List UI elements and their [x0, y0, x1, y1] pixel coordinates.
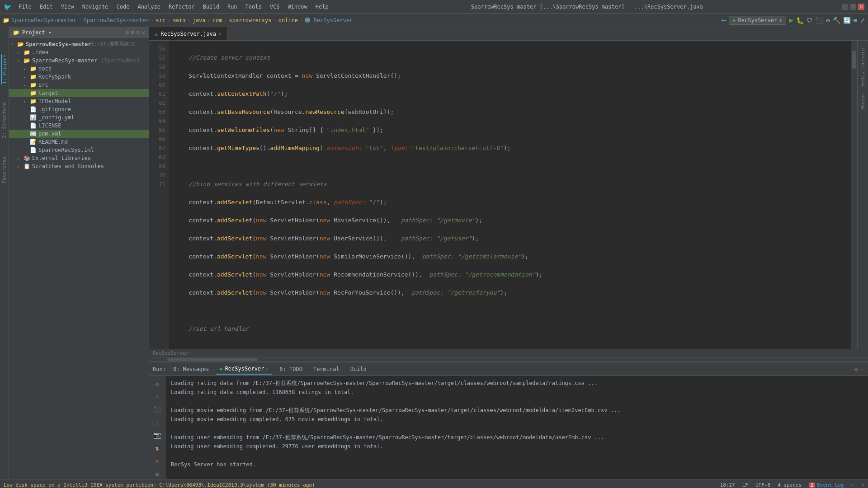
tab-todo[interactable]: 6: TODO: [276, 364, 306, 374]
stop-button[interactable]: ⬛: [816, 17, 823, 24]
scroll-up-button[interactable]: ↑: [151, 392, 163, 402]
menu-bar: FileEditViewNavigateCodeAnalyzeRefactorB…: [15, 3, 332, 11]
tab-run-close[interactable]: ✕: [266, 366, 269, 371]
tree-item-config[interactable]: ▸ 📊 _config.yml: [9, 113, 149, 122]
maximize-button[interactable]: □: [850, 4, 856, 10]
breadcrumb-item-3[interactable]: main: [172, 17, 185, 23]
layout-button[interactable]: ⊞: [854, 17, 857, 24]
coverage-button[interactable]: 🛡: [807, 17, 813, 24]
screenshot-button[interactable]: 📷: [151, 430, 163, 441]
close-run-button[interactable]: ✕: [151, 456, 163, 466]
breadcrumb-item-7[interactable]: online: [278, 17, 298, 23]
tree-item-iml[interactable]: ▸ 📄 SparrowRecSys.iml: [9, 146, 149, 154]
run-button[interactable]: ▶: [789, 16, 793, 24]
menu-item-navigate[interactable]: Navigate: [79, 3, 112, 11]
run-line-2: Loading rating data completed. 1168638 r…: [171, 388, 863, 397]
debug-button[interactable]: 🐛: [796, 17, 804, 24]
breadcrumb-item-2[interactable]: src: [156, 17, 165, 23]
git-icon[interactable]: ✓: [851, 482, 854, 488]
tree-item-root[interactable]: ▾ 📂 SparrowRecSys-master E:\37-推荐系统\S: [9, 40, 149, 48]
breadcrumb-item-6[interactable]: sparrowrecsys: [229, 17, 272, 23]
tree-item-idea[interactable]: ▸ 📁 .idea: [9, 48, 149, 56]
status-indent[interactable]: 4 spaces: [778, 482, 802, 488]
breadcrumb-item-0[interactable]: SparrowRecSys-master: [11, 17, 77, 23]
menu-item-refactor[interactable]: Refactor: [165, 3, 198, 11]
minimize-button[interactable]: —: [842, 4, 848, 10]
more-button[interactable]: ≡: [151, 469, 163, 479]
panel-collapse-icon[interactable]: ≡: [131, 29, 135, 36]
sort-button[interactable]: ⇅: [151, 443, 163, 454]
status-encoding[interactable]: UTF-8: [755, 482, 770, 488]
tree-item-gitignore[interactable]: ▸ 📄 .gitignore: [9, 105, 149, 113]
tree-item-license[interactable]: ▸ 📄 LICENSE: [9, 122, 149, 130]
tree-item-docs[interactable]: ▸ 📁 docs: [9, 65, 149, 73]
tree-item-extlibs[interactable]: ▸ 📚 External Libraries: [9, 154, 149, 162]
tree-item-readme[interactable]: ▸ 📝 README.md: [9, 138, 149, 146]
status-time[interactable]: 18:27: [720, 482, 735, 488]
event-log[interactable]: 2 Event Log: [809, 482, 844, 488]
menu-item-run[interactable]: Run: [224, 3, 241, 11]
rerun-button[interactable]: ↺: [151, 379, 163, 389]
breadcrumb-item-1[interactable]: SparrowRecSys-master: [84, 17, 149, 23]
menu-item-vcs[interactable]: VCS: [266, 3, 283, 11]
tree-item-scratches[interactable]: ▸ 📋 Scratches and Consoles: [9, 162, 149, 170]
breadcrumb-item-4[interactable]: java: [193, 17, 206, 23]
add-config-button[interactable]: ⚙: [826, 17, 830, 24]
menu-item-edit[interactable]: Edit: [36, 3, 57, 11]
tree-item-src[interactable]: ▸ 📁 src: [9, 81, 149, 89]
editor-scrollbar[interactable]: [851, 41, 857, 349]
tree-item-recpyspark[interactable]: ▸ 📁 RecPySpark: [9, 73, 149, 81]
tab-favorites[interactable]: Favorites: [1, 156, 7, 183]
expand-button[interactable]: ⤢: [860, 17, 865, 24]
status-message: Low disk space on a IntelliJ IDEA system…: [4, 482, 717, 488]
window-controls[interactable]: — □ ✕: [842, 4, 864, 10]
tab-close-icon[interactable]: ✕: [219, 31, 222, 36]
menu-item-analyze[interactable]: Analyze: [134, 3, 164, 11]
menu-item-file[interactable]: File: [15, 3, 35, 11]
build-button[interactable]: 🔨: [833, 17, 840, 24]
tab-messages[interactable]: 0: Messages: [170, 364, 212, 374]
breadcrumb-item-8[interactable]: 🅒 RecSysServer: [305, 17, 353, 23]
horizontal-scrollbar[interactable]: [149, 357, 868, 361]
right-tab-maven[interactable]: Maven: [858, 90, 868, 113]
h-scroll-thumb[interactable]: [167, 358, 258, 361]
menu-item-help[interactable]: Help: [312, 3, 332, 11]
settings-icon[interactable]: ⚙: [854, 366, 858, 373]
stop-run-button[interactable]: ⬛: [151, 404, 163, 415]
tab-terminal-label: Terminal: [313, 366, 340, 372]
tree-item-pom[interactable]: ▸ 📰 pom.xml: [9, 130, 149, 138]
tab-recsysserver[interactable]: ☕ RecSysServer.java ✕: [149, 27, 227, 40]
tab-project[interactable]: 1: Project: [1, 54, 8, 84]
panel-add-icon[interactable]: ⊕: [126, 29, 129, 36]
run-output: Loading rating data from /E:/37-推荐系统/Spa…: [165, 376, 868, 479]
close-button[interactable]: ✕: [858, 4, 864, 10]
right-tab-redis[interactable]: Redis Console: [858, 44, 868, 90]
scroll-down-button[interactable]: ↓: [151, 418, 163, 428]
tree-item-sparrow-master[interactable]: ▾ 📂 SparrowRecSys-master [SparrowRecS: [9, 56, 149, 65]
tab-build[interactable]: Build: [347, 364, 370, 374]
panel-close-icon[interactable]: ✕: [142, 29, 145, 36]
menu-item-tools[interactable]: Tools: [242, 3, 265, 11]
panel-settings-icon[interactable]: ⚙: [136, 29, 140, 36]
minimize-panel-icon[interactable]: —: [861, 366, 864, 373]
scroll-thumb[interactable]: [852, 51, 856, 69]
update-button[interactable]: 🔄: [843, 17, 851, 24]
menu-item-window[interactable]: Window: [284, 3, 311, 11]
menu-item-build[interactable]: Build: [199, 3, 223, 11]
run-line-9: [171, 451, 863, 460]
tab-run[interactable]: ▶ RecSysServer ✕: [216, 364, 272, 375]
status-line-sep[interactable]: LF: [742, 482, 748, 488]
tab-structure[interactable]: 2: Structure: [1, 102, 7, 138]
tree-item-tfrecmodel[interactable]: ▸ 📁 TFRecModel: [9, 97, 149, 105]
run-config-selector[interactable]: ▶ RecSysServer ▾: [729, 16, 786, 25]
breadcrumb-item-5[interactable]: com: [212, 17, 222, 23]
tree-item-target-label: target: [38, 90, 58, 96]
back-icon[interactable]: ⟵: [722, 16, 726, 24]
code-content[interactable]: //Create server context ServletContextHa…: [169, 41, 851, 349]
menu-item-code[interactable]: Code: [113, 3, 133, 11]
tab-terminal[interactable]: Terminal: [310, 364, 343, 374]
menu-item-view[interactable]: View: [57, 3, 78, 11]
tree-item-target[interactable]: ▸ 📁 target: [9, 89, 149, 97]
power-icon[interactable]: ⚡: [861, 482, 864, 488]
project-label: 📁: [13, 29, 19, 36]
